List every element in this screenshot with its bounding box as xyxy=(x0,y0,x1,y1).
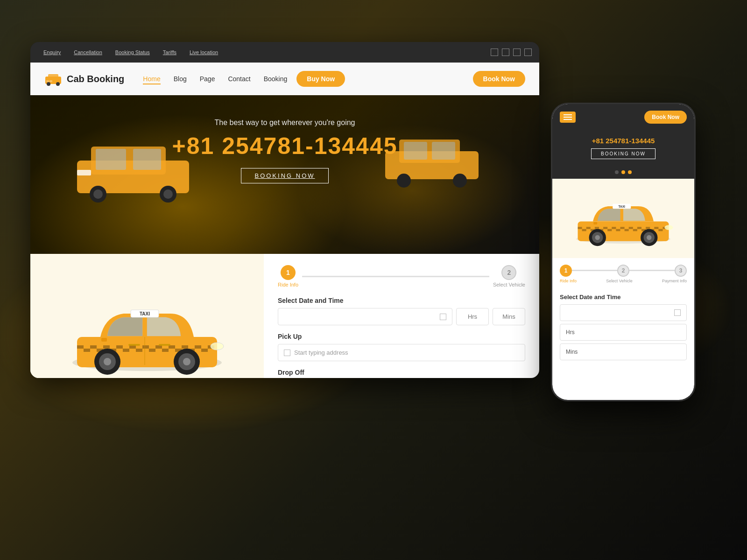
mins-input[interactable] xyxy=(493,308,525,325)
hamburger-menu[interactable] xyxy=(560,112,576,123)
svg-rect-33 xyxy=(182,345,188,349)
mobile-mins-input[interactable]: Mins xyxy=(560,343,687,360)
hero-tagline: The best way to get wherever you're goin… xyxy=(30,119,539,127)
svg-rect-58 xyxy=(101,338,107,342)
tab-enquiry[interactable]: Enquiry xyxy=(38,48,66,56)
tab-booking-status[interactable]: Booking Status xyxy=(110,48,155,56)
mobile-mockup: Book Now +81 254781-134445 BOOKING NOW xyxy=(551,103,696,401)
mobile-step-1: 1 xyxy=(560,265,572,277)
desktop-browser-mockup: Enquiry Cancellation Booking Status Tari… xyxy=(30,42,539,378)
car-image-panel: TAXI xyxy=(30,254,264,378)
nav-link-booking[interactable]: Booking xyxy=(264,75,288,83)
book-now-button-desktop[interactable]: Book Now xyxy=(473,71,525,87)
website-content: Cab Booking Home Blog Page Contact Booki… xyxy=(30,63,539,378)
browser-chrome: Enquiry Cancellation Booking Status Tari… xyxy=(30,42,539,63)
mobile-form: Select Date and Time Hrs Mins xyxy=(552,288,694,369)
hero-content: The best way to get wherever you're goin… xyxy=(30,95,539,183)
svg-rect-64 xyxy=(603,227,607,229)
mobile-step-line-1 xyxy=(572,270,617,271)
nav-link-page[interactable]: Page xyxy=(200,75,215,83)
pickup-input[interactable]: Start typing address xyxy=(278,344,525,361)
hours-input[interactable] xyxy=(456,308,489,325)
step-1-container: 1 Ride Info xyxy=(278,265,298,287)
mobile-step-2-label: Select Vehicle xyxy=(606,279,633,283)
tab-tariffs[interactable]: Tariffs xyxy=(157,48,182,56)
svg-point-51 xyxy=(104,358,111,365)
browser-btn-3[interactable] xyxy=(513,49,521,56)
calendar-icon xyxy=(440,314,446,320)
mobile-hours-input[interactable]: Hrs xyxy=(560,324,687,341)
svg-rect-26 xyxy=(90,345,97,349)
svg-rect-77 xyxy=(625,229,629,231)
mobile-step-row: 1 2 3 xyxy=(560,265,687,277)
svg-rect-6 xyxy=(48,75,58,77)
nav-links: Home Blog Page Contact Booking xyxy=(143,75,287,83)
svg-text:TAXI: TAXI xyxy=(140,311,150,316)
mobile-booking-button[interactable]: BOOKING NOW xyxy=(591,148,655,159)
svg-point-12 xyxy=(93,189,103,199)
hamburger-line-2 xyxy=(564,117,572,118)
date-time-label: Select Date and Time xyxy=(278,297,525,304)
tab-cancellation[interactable]: Cancellation xyxy=(68,48,108,56)
hero-section: The best way to get wherever you're goin… xyxy=(30,95,539,254)
mobile-header: Book Now xyxy=(552,104,694,130)
svg-rect-62 xyxy=(586,227,591,229)
svg-rect-91 xyxy=(593,222,597,224)
date-input[interactable] xyxy=(278,308,452,325)
step-connector-line xyxy=(302,276,489,277)
pickup-marker xyxy=(284,350,290,356)
svg-point-2 xyxy=(47,82,50,86)
hero-booking-button[interactable]: BOOKING NOW xyxy=(241,168,328,183)
svg-rect-61 xyxy=(578,227,582,229)
mobile-step-2: 2 xyxy=(617,265,629,277)
taxi-car-svg: TAXI xyxy=(63,286,231,378)
step-indicator: 1 Ride Info 2 Select Vehicle xyxy=(278,265,525,287)
browser-btn-2[interactable] xyxy=(502,49,509,56)
step-2-label: Select Vehicle xyxy=(493,282,525,287)
svg-rect-36 xyxy=(84,349,90,352)
carousel-dot-2[interactable] xyxy=(621,170,625,174)
mobile-book-now-button[interactable]: Book Now xyxy=(644,111,687,124)
pickup-label: Pick Up xyxy=(278,333,525,340)
svg-point-14 xyxy=(163,189,173,199)
nav-logo: Cab Booking xyxy=(44,72,124,86)
carousel-dot-3[interactable] xyxy=(628,170,632,174)
dropoff-group: Drop Off Start typing address xyxy=(278,369,525,378)
svg-point-52 xyxy=(211,343,224,350)
nav-link-contact[interactable]: Contact xyxy=(228,75,250,83)
mobile-taxi-svg: TAXI xyxy=(567,188,679,249)
tab-live-location[interactable]: Live location xyxy=(184,48,224,56)
hamburger-line-3 xyxy=(564,119,572,120)
svg-rect-63 xyxy=(595,227,599,229)
svg-rect-69 xyxy=(646,227,650,229)
mobile-car-section: TAXI xyxy=(552,179,694,258)
browser-btn-1[interactable] xyxy=(491,49,498,56)
svg-rect-76 xyxy=(616,229,620,231)
svg-rect-5 xyxy=(49,80,52,82)
carousel-dot-1[interactable] xyxy=(615,170,619,174)
svg-point-84 xyxy=(647,235,651,240)
svg-rect-55 xyxy=(128,344,140,346)
svg-point-48 xyxy=(183,358,190,365)
svg-rect-28 xyxy=(116,345,123,349)
svg-rect-45 xyxy=(201,349,208,352)
mobile-step-1-label: Ride Info xyxy=(560,279,577,283)
step-2-container: 2 Select Vehicle xyxy=(493,265,525,287)
svg-rect-25 xyxy=(77,345,84,349)
pickup-placeholder-text: Start typing address xyxy=(294,349,348,356)
booking-form-panel: 1 Ride Info 2 Select Vehicle Select Date… xyxy=(264,254,539,378)
svg-rect-75 xyxy=(607,229,612,231)
mobile-carousel-dots xyxy=(552,167,694,179)
svg-rect-68 xyxy=(637,227,641,229)
svg-rect-67 xyxy=(629,227,633,229)
mobile-hero: +81 254781-134445 BOOKING NOW xyxy=(552,130,694,167)
step-1-circle: 1 xyxy=(281,265,296,280)
nav-link-blog[interactable]: Blog xyxy=(174,75,187,83)
mobile-phone-number: +81 254781-134445 xyxy=(560,137,687,145)
buy-now-button[interactable]: Buy Now xyxy=(296,71,345,87)
mobile-date-input[interactable] xyxy=(560,304,687,321)
browser-btn-4[interactable] xyxy=(524,49,532,56)
nav-link-home[interactable]: Home xyxy=(143,75,160,84)
mobile-date-time-label: Select Date and Time xyxy=(560,294,687,301)
svg-rect-32 xyxy=(169,345,175,349)
